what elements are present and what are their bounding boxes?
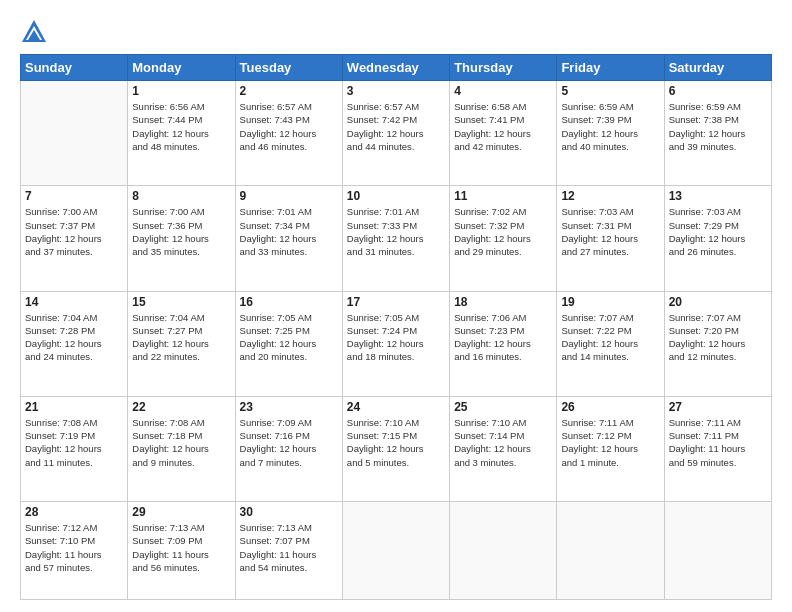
day-info: Sunrise: 7:13 AM Sunset: 7:07 PM Dayligh… — [240, 521, 338, 574]
table-row: 7Sunrise: 7:00 AM Sunset: 7:37 PM Daylig… — [21, 186, 128, 291]
table-row: 10Sunrise: 7:01 AM Sunset: 7:33 PM Dayli… — [342, 186, 449, 291]
day-number: 8 — [132, 189, 230, 203]
calendar-week-row: 28Sunrise: 7:12 AM Sunset: 7:10 PM Dayli… — [21, 502, 772, 600]
table-row — [450, 502, 557, 600]
day-number: 15 — [132, 295, 230, 309]
day-number: 4 — [454, 84, 552, 98]
day-number: 13 — [669, 189, 767, 203]
header-thursday: Thursday — [450, 55, 557, 81]
table-row: 8Sunrise: 7:00 AM Sunset: 7:36 PM Daylig… — [128, 186, 235, 291]
header-monday: Monday — [128, 55, 235, 81]
table-row — [664, 502, 771, 600]
day-number: 16 — [240, 295, 338, 309]
day-number: 9 — [240, 189, 338, 203]
day-number: 23 — [240, 400, 338, 414]
day-info: Sunrise: 7:06 AM Sunset: 7:23 PM Dayligh… — [454, 311, 552, 364]
day-number: 7 — [25, 189, 123, 203]
day-info: Sunrise: 7:05 AM Sunset: 7:25 PM Dayligh… — [240, 311, 338, 364]
day-info: Sunrise: 7:03 AM Sunset: 7:31 PM Dayligh… — [561, 205, 659, 258]
day-info: Sunrise: 7:08 AM Sunset: 7:18 PM Dayligh… — [132, 416, 230, 469]
day-number: 28 — [25, 505, 123, 519]
table-row: 1Sunrise: 6:56 AM Sunset: 7:44 PM Daylig… — [128, 81, 235, 186]
logo-icon — [20, 18, 48, 46]
day-info: Sunrise: 7:05 AM Sunset: 7:24 PM Dayligh… — [347, 311, 445, 364]
table-row: 5Sunrise: 6:59 AM Sunset: 7:39 PM Daylig… — [557, 81, 664, 186]
table-row: 2Sunrise: 6:57 AM Sunset: 7:43 PM Daylig… — [235, 81, 342, 186]
day-number: 18 — [454, 295, 552, 309]
table-row: 23Sunrise: 7:09 AM Sunset: 7:16 PM Dayli… — [235, 396, 342, 501]
header-saturday: Saturday — [664, 55, 771, 81]
table-row: 6Sunrise: 6:59 AM Sunset: 7:38 PM Daylig… — [664, 81, 771, 186]
table-row: 11Sunrise: 7:02 AM Sunset: 7:32 PM Dayli… — [450, 186, 557, 291]
table-row: 3Sunrise: 6:57 AM Sunset: 7:42 PM Daylig… — [342, 81, 449, 186]
logo — [20, 18, 52, 46]
table-row: 30Sunrise: 7:13 AM Sunset: 7:07 PM Dayli… — [235, 502, 342, 600]
day-info: Sunrise: 7:10 AM Sunset: 7:15 PM Dayligh… — [347, 416, 445, 469]
day-info: Sunrise: 7:04 AM Sunset: 7:27 PM Dayligh… — [132, 311, 230, 364]
day-info: Sunrise: 7:07 AM Sunset: 7:20 PM Dayligh… — [669, 311, 767, 364]
day-info: Sunrise: 6:59 AM Sunset: 7:38 PM Dayligh… — [669, 100, 767, 153]
calendar-week-row: 21Sunrise: 7:08 AM Sunset: 7:19 PM Dayli… — [21, 396, 772, 501]
table-row: 15Sunrise: 7:04 AM Sunset: 7:27 PM Dayli… — [128, 291, 235, 396]
day-number: 20 — [669, 295, 767, 309]
table-row: 28Sunrise: 7:12 AM Sunset: 7:10 PM Dayli… — [21, 502, 128, 600]
day-number: 24 — [347, 400, 445, 414]
day-number: 10 — [347, 189, 445, 203]
day-info: Sunrise: 6:57 AM Sunset: 7:42 PM Dayligh… — [347, 100, 445, 153]
day-info: Sunrise: 7:01 AM Sunset: 7:33 PM Dayligh… — [347, 205, 445, 258]
calendar-table: Sunday Monday Tuesday Wednesday Thursday… — [20, 54, 772, 600]
table-row: 22Sunrise: 7:08 AM Sunset: 7:18 PM Dayli… — [128, 396, 235, 501]
day-info: Sunrise: 7:11 AM Sunset: 7:11 PM Dayligh… — [669, 416, 767, 469]
table-row: 19Sunrise: 7:07 AM Sunset: 7:22 PM Dayli… — [557, 291, 664, 396]
header-friday: Friday — [557, 55, 664, 81]
day-number: 2 — [240, 84, 338, 98]
header-tuesday: Tuesday — [235, 55, 342, 81]
calendar-week-row: 14Sunrise: 7:04 AM Sunset: 7:28 PM Dayli… — [21, 291, 772, 396]
header-sunday: Sunday — [21, 55, 128, 81]
day-number: 26 — [561, 400, 659, 414]
calendar-header-row: Sunday Monday Tuesday Wednesday Thursday… — [21, 55, 772, 81]
day-info: Sunrise: 7:09 AM Sunset: 7:16 PM Dayligh… — [240, 416, 338, 469]
table-row: 4Sunrise: 6:58 AM Sunset: 7:41 PM Daylig… — [450, 81, 557, 186]
table-row: 18Sunrise: 7:06 AM Sunset: 7:23 PM Dayli… — [450, 291, 557, 396]
table-row: 26Sunrise: 7:11 AM Sunset: 7:12 PM Dayli… — [557, 396, 664, 501]
day-number: 12 — [561, 189, 659, 203]
table-row: 12Sunrise: 7:03 AM Sunset: 7:31 PM Dayli… — [557, 186, 664, 291]
table-row — [342, 502, 449, 600]
day-number: 11 — [454, 189, 552, 203]
day-number: 27 — [669, 400, 767, 414]
header — [20, 18, 772, 46]
table-row: 20Sunrise: 7:07 AM Sunset: 7:20 PM Dayli… — [664, 291, 771, 396]
day-number: 21 — [25, 400, 123, 414]
day-info: Sunrise: 6:58 AM Sunset: 7:41 PM Dayligh… — [454, 100, 552, 153]
table-row: 14Sunrise: 7:04 AM Sunset: 7:28 PM Dayli… — [21, 291, 128, 396]
calendar-week-row: 7Sunrise: 7:00 AM Sunset: 7:37 PM Daylig… — [21, 186, 772, 291]
day-info: Sunrise: 7:13 AM Sunset: 7:09 PM Dayligh… — [132, 521, 230, 574]
day-info: Sunrise: 7:07 AM Sunset: 7:22 PM Dayligh… — [561, 311, 659, 364]
day-number: 17 — [347, 295, 445, 309]
day-info: Sunrise: 7:12 AM Sunset: 7:10 PM Dayligh… — [25, 521, 123, 574]
day-number: 14 — [25, 295, 123, 309]
day-info: Sunrise: 6:59 AM Sunset: 7:39 PM Dayligh… — [561, 100, 659, 153]
day-info: Sunrise: 7:02 AM Sunset: 7:32 PM Dayligh… — [454, 205, 552, 258]
page: Sunday Monday Tuesday Wednesday Thursday… — [0, 0, 792, 612]
day-number: 6 — [669, 84, 767, 98]
table-row: 29Sunrise: 7:13 AM Sunset: 7:09 PM Dayli… — [128, 502, 235, 600]
table-row: 25Sunrise: 7:10 AM Sunset: 7:14 PM Dayli… — [450, 396, 557, 501]
day-info: Sunrise: 6:57 AM Sunset: 7:43 PM Dayligh… — [240, 100, 338, 153]
day-number: 19 — [561, 295, 659, 309]
day-number: 25 — [454, 400, 552, 414]
day-info: Sunrise: 7:04 AM Sunset: 7:28 PM Dayligh… — [25, 311, 123, 364]
day-info: Sunrise: 7:01 AM Sunset: 7:34 PM Dayligh… — [240, 205, 338, 258]
day-info: Sunrise: 7:00 AM Sunset: 7:36 PM Dayligh… — [132, 205, 230, 258]
table-row: 16Sunrise: 7:05 AM Sunset: 7:25 PM Dayli… — [235, 291, 342, 396]
table-row: 21Sunrise: 7:08 AM Sunset: 7:19 PM Dayli… — [21, 396, 128, 501]
day-info: Sunrise: 7:10 AM Sunset: 7:14 PM Dayligh… — [454, 416, 552, 469]
table-row — [21, 81, 128, 186]
day-number: 3 — [347, 84, 445, 98]
table-row: 13Sunrise: 7:03 AM Sunset: 7:29 PM Dayli… — [664, 186, 771, 291]
day-info: Sunrise: 7:11 AM Sunset: 7:12 PM Dayligh… — [561, 416, 659, 469]
day-number: 22 — [132, 400, 230, 414]
header-wednesday: Wednesday — [342, 55, 449, 81]
day-number: 30 — [240, 505, 338, 519]
